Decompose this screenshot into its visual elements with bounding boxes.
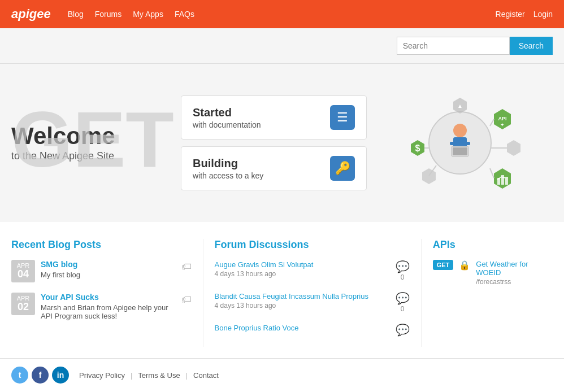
footer-separator: | [186, 371, 188, 380]
forum-title-2[interactable]: Bone Proprius Ratio Voce [215, 324, 299, 332]
blog-desc-1: Marsh and Brian from Apigee help your AP… [41, 303, 176, 320]
facebook-icon[interactable]: f [32, 367, 49, 384]
forum-item: Bone Proprius Ratio Voce 💬 [215, 323, 410, 337]
svg-marker-14 [507, 140, 520, 156]
apis-section: APIs GET 🔒 Get Weather for WOEID /foreca… [421, 239, 553, 347]
footer: tfin Privacy Policy|Terms & Use|Contact [0, 358, 564, 391]
blog-content-1: Your API Sucks Marsh and Brian from Apig… [41, 293, 176, 320]
nav-item-nav-myapps[interactable]: My Apps [133, 10, 163, 19]
footer-links: Privacy Policy|Terms & Use|Contact [79, 371, 219, 380]
card-sub-1: with access to a key [193, 171, 263, 180]
header: apigee BlogForumsMy AppsFAQs RegisterLog… [0, 0, 564, 28]
blog-items: Apr 04 SMG blog My first blog 🏷 Apr 02 Y… [11, 260, 192, 320]
forum-items: Augue Gravis Olim Si Volutpat 4 days 13 … [215, 260, 410, 337]
cards-area: Started with documentation ☰ Building wi… [181, 95, 367, 190]
blog-title-1[interactable]: Your API Sucks [41, 293, 99, 302]
blog-section: Recent Blog Posts Apr 04 SMG blog My fir… [11, 239, 192, 347]
footer-separator: | [131, 371, 132, 380]
blog-date-1: Apr 02 [11, 293, 35, 315]
comment-icon: 💬 [396, 323, 410, 337]
forum-item: Blandit Causa Feugiat Incassum Nulla Pro… [215, 291, 410, 313]
header-right: RegisterLogin [496, 10, 553, 19]
auth-login[interactable]: Login [533, 10, 553, 19]
svg-text:API: API [498, 116, 506, 121]
forum-time-0: 4 days 13 hours ago [215, 270, 391, 278]
search-bar: Search [0, 28, 564, 64]
comment-icon: 💬 [396, 260, 410, 273]
forum-title-1[interactable]: Blandit Causa Feugiat Incassum Nulla Pro… [215, 292, 368, 300]
svg-text:▲: ▲ [457, 103, 463, 109]
forum-replies-1: 💬 0 [396, 291, 410, 313]
api-name-0[interactable]: Get Weather for WOEID [476, 260, 553, 277]
forum-section: Forum Discussions Augue Gravis Olim Si V… [203, 239, 410, 347]
nav-item-nav-blog[interactable]: Blog [68, 10, 84, 19]
logo[interactable]: apigee [11, 7, 51, 21]
twitter-icon[interactable]: t [11, 367, 28, 384]
forum-text-1: Blandit Causa Feugiat Incassum Nulla Pro… [215, 291, 391, 310]
illustration: ▲ API ✦ $ [367, 81, 553, 205]
reply-count-0: 0 [401, 273, 405, 281]
get-text: GET [11, 100, 174, 179]
svg-line-25 [490, 168, 494, 178]
tag-icon: 🏷 [181, 294, 192, 306]
search-input[interactable] [397, 37, 510, 55]
forum-replies-2: 💬 [396, 323, 410, 337]
search-button[interactable]: Search [510, 37, 553, 55]
forum-title-0[interactable]: Augue Gravis Olim Si Volutpat [215, 260, 314, 269]
blog-desc-0: My first blog [41, 271, 176, 279]
card-key[interactable]: Building with access to a key 🔑 [181, 146, 367, 190]
card-text-doc: Started with documentation [193, 106, 261, 129]
comment-icon: 💬 [396, 291, 410, 305]
api-path-0: /forecastrss [476, 278, 553, 286]
svg-rect-4 [463, 142, 470, 145]
blog-item: Apr 02 Your API Sucks Marsh and Brian fr… [11, 293, 192, 320]
nav-item-nav-faqs[interactable]: FAQs [175, 10, 194, 19]
api-method-badge: GET [433, 260, 454, 270]
blog-item: Apr 04 SMG blog My first blog 🏷 [11, 260, 192, 282]
nav: BlogForumsMy AppsFAQs [68, 10, 194, 19]
card-icon-doc: ☰ [330, 105, 355, 130]
card-icon-key: 🔑 [330, 156, 355, 181]
svg-text:✦: ✦ [500, 122, 505, 128]
svg-rect-3 [450, 142, 457, 145]
svg-rect-18 [505, 177, 508, 185]
blog-title-0[interactable]: SMG blog [41, 260, 77, 269]
card-heading-1: Building [193, 157, 263, 170]
card-heading-0: Started [193, 106, 261, 119]
forum-text-0: Augue Gravis Olim Si Volutpat 4 days 13 … [215, 260, 391, 278]
welcome-box: Welcome to the New Apigee Site GET [11, 124, 170, 162]
nav-item-nav-forums[interactable]: Forums [95, 10, 122, 19]
social-icons: tfin [11, 367, 69, 384]
hero-section: Welcome to the New Apigee Site GET Start… [0, 64, 564, 222]
auth-register[interactable]: Register [496, 10, 525, 19]
linkedin-icon[interactable]: in [52, 367, 69, 384]
forum-item: Augue Gravis Olim Si Volutpat 4 days 13 … [215, 260, 410, 281]
api-info-0: Get Weather for WOEID /forecastrss [476, 260, 553, 286]
footer-link-1[interactable]: Terms & Use [138, 371, 180, 380]
blog-day-0: 04 [11, 269, 35, 280]
api-item: GET 🔒 Get Weather for WOEID /forecastrss [433, 260, 553, 286]
svg-line-23 [490, 119, 494, 126]
reply-count-1: 0 [401, 305, 405, 313]
svg-rect-8 [453, 147, 467, 155]
tag-icon: 🏷 [181, 261, 192, 273]
forum-heading: Forum Discussions [215, 239, 410, 251]
lock-icon: 🔒 [459, 260, 470, 271]
blog-month-1: Apr [11, 295, 35, 302]
forum-text-2: Bone Proprius Ratio Voce [215, 323, 391, 333]
apis-heading: APIs [433, 239, 553, 251]
card-sub-0: with documentation [193, 120, 261, 129]
footer-link-0[interactable]: Privacy Policy [79, 371, 125, 380]
forum-time-1: 4 days 13 hours ago [215, 302, 391, 310]
card-doc[interactable]: Started with documentation ☰ [181, 95, 367, 140]
svg-point-1 [453, 124, 467, 137]
forum-replies-0: 💬 0 [396, 260, 410, 281]
blog-heading: Recent Blog Posts [11, 239, 192, 251]
footer-link-2[interactable]: Contact [193, 371, 219, 380]
blog-content-0: SMG blog My first blog [41, 260, 176, 279]
card-text-key: Building with access to a key [193, 157, 263, 180]
api-items: GET 🔒 Get Weather for WOEID /forecastrss [433, 260, 553, 286]
svg-text:$: $ [415, 143, 420, 153]
content: Recent Blog Posts Apr 04 SMG blog My fir… [0, 222, 564, 358]
blog-day-1: 02 [11, 302, 35, 313]
